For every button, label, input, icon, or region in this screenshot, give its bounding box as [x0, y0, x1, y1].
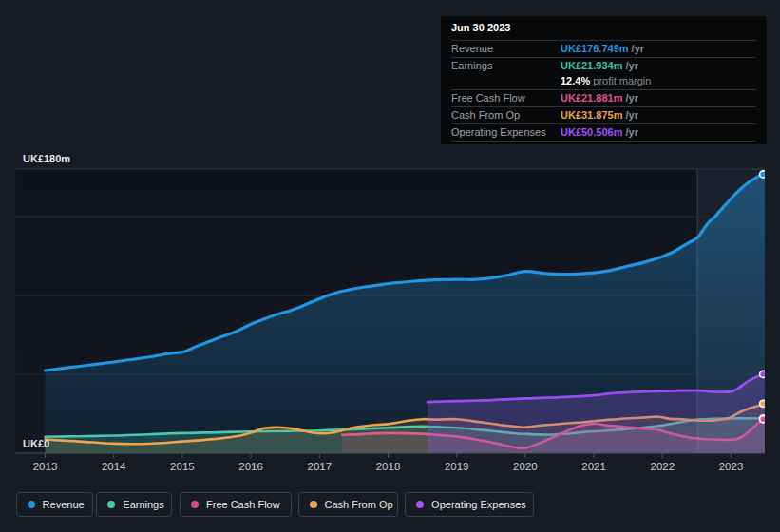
svg-text:UK£0: UK£0 — [23, 438, 49, 449]
svg-text:2020: 2020 — [513, 461, 538, 472]
svg-text:2013: 2013 — [33, 461, 58, 472]
svg-text:2017: 2017 — [308, 461, 333, 472]
svg-text:2015: 2015 — [170, 461, 195, 472]
svg-text:2019: 2019 — [445, 461, 469, 472]
svg-text:2022: 2022 — [651, 461, 675, 472]
svg-text:2016: 2016 — [238, 461, 263, 472]
svg-text:2014: 2014 — [102, 461, 126, 472]
svg-text:2023: 2023 — [719, 461, 744, 472]
svg-text:2018: 2018 — [376, 461, 401, 472]
svg-text:UK£180m: UK£180m — [23, 153, 70, 164]
svg-text:2021: 2021 — [581, 461, 606, 472]
